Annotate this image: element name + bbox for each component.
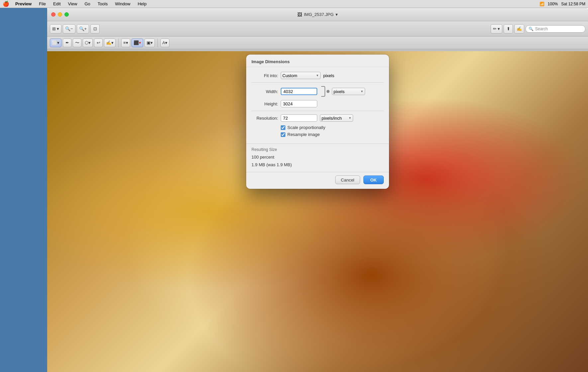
window-title: IMG_2537.JPG — [304, 12, 334, 17]
menu-file[interactable]: File — [38, 1, 47, 6]
search-icon: 🔍 — [529, 27, 534, 31]
annotate-icon: ✏ — [493, 26, 497, 31]
annotate-button[interactable]: ✏ ▾ — [491, 24, 502, 34]
annotate-dropdown: ▾ — [498, 26, 500, 31]
draw-font-button[interactable]: A▾ — [160, 39, 170, 47]
fit-page-button[interactable]: ⊡ — [90, 24, 100, 34]
zoom-in-button[interactable]: 🔍+ — [77, 24, 89, 34]
markup-button[interactable]: ✍ — [514, 24, 524, 34]
zoom-out-icon: 🔍− — [65, 26, 73, 31]
dialog-header: Image Dimensions — [246, 55, 389, 67]
ok-button[interactable]: OK — [363, 176, 384, 184]
menu-preview[interactable]: Preview — [14, 1, 33, 6]
scale-proportionally-row: Scale proportionally — [251, 125, 384, 130]
fit-into-unit: pixels — [323, 73, 334, 78]
apple-menu[interactable]: 🍎 — [3, 1, 9, 7]
zoom-in-icon: 🔍+ — [79, 26, 87, 31]
menu-edit[interactable]: Edit — [52, 1, 62, 6]
draw-smooth-button[interactable]: 〜 — [73, 39, 81, 47]
maximize-button[interactable] — [64, 12, 69, 17]
fit-into-label: Fit into: — [251, 73, 278, 78]
app-window: 🖼 IMG_2537.JPG ▾ ⊞ ▾ 🔍− 🔍+ ⊡ ✏ ▾ ⬆ ✍ — [47, 8, 588, 372]
file-icon: 🖼 — [297, 12, 302, 17]
scale-proportionally-checkbox[interactable] — [281, 125, 285, 130]
resolution-label: Resolution: — [251, 116, 278, 121]
height-input[interactable] — [281, 100, 317, 107]
fit-into-select[interactable]: Custom Fit in 2560x1440 Fit in 1920x1080… — [281, 72, 321, 79]
resample-label: Resample image — [287, 132, 320, 137]
menu-bar: 🍎 Preview File Edit View Go Tools Window… — [0, 0, 588, 8]
draw-arrow-button[interactable]: ↩ — [94, 39, 103, 47]
resample-checkbox[interactable] — [281, 132, 285, 137]
menu-tools[interactable]: Tools — [96, 1, 109, 6]
draw-separator1 — [118, 39, 119, 47]
height-row: Height: — [251, 100, 384, 107]
modal-overlay: Image Dimensions Fit into: Custom Fit in… — [47, 51, 588, 372]
view-mode-button[interactable]: ⊞ ▾ — [50, 24, 61, 34]
cancel-button[interactable]: Cancel — [335, 176, 360, 184]
search-box[interactable]: 🔍 Search — [526, 25, 585, 33]
minimize-button[interactable] — [58, 12, 62, 17]
width-row: Width: pixels inches cm — [251, 86, 384, 97]
image-dimensions-dialog: Image Dimensions Fit into: Custom Fit in… — [246, 55, 389, 189]
draw-text-button[interactable]: ✍▾ — [104, 39, 116, 47]
dialog-footer: Cancel OK — [246, 172, 389, 189]
draw-border-button[interactable]: ▣▾ — [145, 39, 155, 47]
dialog-body: Fit into: Custom Fit in 2560x1440 Fit in… — [246, 67, 389, 144]
battery-status: 100% — [548, 2, 558, 6]
main-toolbar: ⊞ ▾ 🔍− 🔍+ ⊡ ✏ ▾ ⬆ ✍ 🔍 Search — [47, 21, 588, 37]
fit-into-select-wrapper[interactable]: Custom Fit in 2560x1440 Fit in 1920x1080… — [281, 72, 321, 79]
view-mode-icon: ⊞ — [52, 26, 56, 31]
scale-proportionally-label: Scale proportionally — [287, 125, 325, 130]
fit-into-row: Fit into: Custom Fit in 2560x1440 Fit in… — [251, 72, 384, 79]
resulting-size-section: Resulting Size 100 percent 1.9 MB (was 1… — [246, 144, 389, 172]
share-button[interactable]: ⬆ — [504, 24, 513, 34]
title-bar: 🖼 IMG_2537.JPG ▾ — [47, 8, 588, 21]
menu-help[interactable]: Help — [136, 1, 148, 6]
window-title-area: 🖼 IMG_2537.JPG ▾ — [297, 12, 338, 17]
wifi-icon: 📶 — [539, 2, 544, 6]
menu-window[interactable]: Window — [114, 1, 132, 6]
dialog-title: Image Dimensions — [251, 59, 290, 64]
zoom-out-button[interactable]: 🔍− — [63, 24, 75, 34]
pixel-unit-wrapper[interactable]: pixels inches cm mm percent — [332, 88, 365, 95]
draw-line-style[interactable]: ≡▾ — [121, 39, 130, 47]
height-label: Height: — [251, 101, 278, 106]
clock: Sat 12:58 PM — [561, 2, 585, 6]
dim-separator — [251, 82, 384, 83]
left-panel — [0, 8, 47, 372]
menu-view[interactable]: View — [67, 1, 79, 6]
resulting-bytes: 1.9 MB (was 1.9 MB) — [251, 162, 384, 167]
resolution-input[interactable] — [281, 114, 317, 122]
draw-pen-button[interactable]: ✒ — [63, 39, 71, 47]
draw-toolbar: ⬜▾ ✒ 〜 ⬡▾ ↩ ✍▾ ≡▾ ⬛▾ ▣▾ A▾ — [47, 37, 588, 49]
resulting-percent: 100 percent — [251, 155, 384, 160]
draw-shape-button[interactable]: ⬡▾ — [83, 39, 93, 47]
fit-page-icon: ⊡ — [93, 26, 97, 31]
resolution-row: Resolution: pixels/inch pixels/cm — [251, 114, 384, 122]
width-input[interactable] — [281, 88, 317, 95]
draw-rect-button[interactable]: ⬜▾ — [50, 39, 61, 47]
close-button[interactable] — [51, 12, 55, 17]
title-dropdown-arrow[interactable]: ▾ — [336, 12, 338, 17]
resolution-unit-select[interactable]: pixels/inch pixels/cm — [320, 114, 353, 122]
content-area: Image Dimensions Fit into: Custom Fit in… — [47, 51, 588, 372]
share-icon: ⬆ — [507, 26, 510, 31]
resulting-size-header: Resulting Size — [251, 147, 384, 152]
width-label: Width: — [251, 89, 278, 94]
draw-fill-button[interactable]: ⬛▾ — [132, 39, 143, 47]
view-dropdown-arrow: ▾ — [57, 26, 59, 31]
dimension-unit-select[interactable]: pixels inches cm mm percent — [332, 88, 365, 95]
markup-icon: ✍ — [517, 26, 522, 31]
menu-go[interactable]: Go — [83, 1, 91, 6]
draw-separator2 — [157, 39, 158, 47]
resample-row: Resample image — [251, 132, 384, 137]
traffic-lights — [51, 12, 69, 17]
lock-dot — [327, 90, 330, 93]
dim-separator2 — [251, 111, 384, 111]
resolution-unit-wrapper[interactable]: pixels/inch pixels/cm — [320, 114, 353, 122]
menu-bar-right: 📶 100% Sat 12:58 PM — [539, 2, 585, 6]
search-placeholder: Search — [535, 27, 548, 31]
